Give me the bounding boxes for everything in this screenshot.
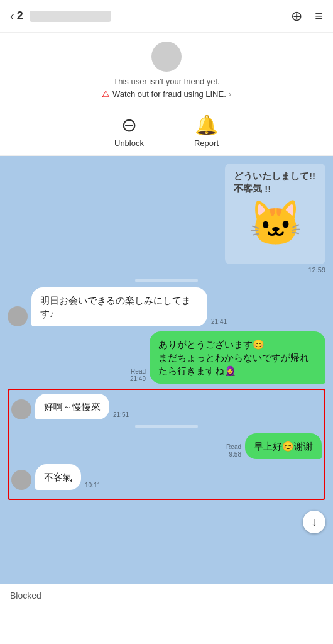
contact-name-bar [30,11,111,22]
blocked-bar: Blocked [0,584,333,607]
table-row: ありがとうございます😊まだちょっとわからないですが帰れたら行きますね🧕 Read… [8,331,325,384]
action-bar: ⊖ Unblock 🔔 Report [0,105,333,156]
sticker-cat-emoji: 🐱 [248,197,303,249]
msg-time: 10:11 [85,482,101,489]
bubble-left: 好啊～慢慢來 [35,394,109,419]
chat-divider [8,279,325,282]
header-left: ‹ 2 [10,9,291,23]
msg-meta: 10:11 [85,482,101,490]
sticker-container: どういたしまして!! 不客気 !! 🐱 12:59 [8,164,325,274]
msg-meta: 21:41 [211,318,227,326]
report-icon: 🔔 [195,114,218,136]
divider-pill [135,425,198,428]
warning-icon: ⚠ [102,89,110,99]
sticker-time: 12:59 [225,266,325,274]
header-right: ⊕ ≡ [291,8,323,25]
table-row: 不客氣 10:11 [11,464,322,490]
table-row: 明日お会いできるの楽しみにしてます♪ 21:41 [8,287,325,326]
bubble-right: 早上好😊谢谢 [245,433,322,459]
header: ‹ 2 ⊕ ≡ [0,0,333,33]
unblock-icon: ⊖ [121,114,137,136]
back-icon[interactable]: ‹ [10,9,14,23]
msg-time: 21:41 [211,318,227,325]
scroll-down-icon: ↓ [312,516,317,529]
divider-pill [135,279,198,282]
fraud-warning[interactable]: ⚠ Watch out for fraud using LINE. › [10,89,323,99]
sticker-line1: どういたしまして!! [234,170,315,182]
sticker-text: どういたしまして!! 不客気 !! [234,170,315,194]
avatar [11,399,31,419]
scroll-down-button[interactable]: ↓ [303,511,325,533]
report-button[interactable]: 🔔 Report [194,114,219,148]
not-friend-text: This user isn't your friend yet. [10,77,323,86]
sticker-block: どういたしまして!! 不客気 !! 🐱 12:59 [225,164,325,274]
highlight-section: 好啊～慢慢來 21:51 早上好😊谢谢 Read 9:58 不客氣 10:11 [8,389,325,500]
read-label: Read [131,368,146,375]
search-icon[interactable]: ⊕ [291,8,302,25]
avatar [11,470,31,490]
table-row: 早上好😊谢谢 Read 9:58 [11,433,322,459]
msg-time: 21:51 [113,411,129,418]
sticker-image: どういたしまして!! 不客気 !! 🐱 [225,164,325,264]
unblock-label: Unblock [114,138,144,148]
fraud-text: Watch out for fraud using LINE. [112,89,226,99]
msg-meta: 21:51 [113,411,129,419]
unread-badge: 2 [17,9,23,23]
sticker-line2: 不客気 !! [234,182,315,195]
avatar [151,42,182,72]
msg-meta: Read 21:49 [130,368,146,384]
bubble-left: 不客氣 [35,464,81,490]
report-label: Report [194,138,219,148]
table-row: 好啊～慢慢來 21:51 [11,394,322,419]
menu-icon[interactable]: ≡ [315,8,323,25]
fraud-arrow-icon: › [229,89,231,99]
bubble-right: ありがとうございます😊まだちょっとわからないですが帰れたら行きますね🧕 [150,331,325,384]
blocked-label: Blocked [10,591,41,601]
chat-area: どういたしまして!! 不客気 !! 🐱 12:59 明日お会いできるの楽しみにし… [0,156,333,584]
msg-time: 9:58 [229,451,241,458]
bubble-left: 明日お会いできるの楽しみにしてます♪ [31,287,207,326]
msg-meta: Read 9:58 [226,443,241,459]
avatar [8,306,28,326]
chat-divider-2 [11,425,322,428]
msg-time: 21:49 [130,375,146,382]
read-label: Read [226,443,241,450]
unblock-button[interactable]: ⊖ Unblock [114,114,144,148]
notice-bar: This user isn't your friend yet. ⚠ Watch… [0,33,333,105]
